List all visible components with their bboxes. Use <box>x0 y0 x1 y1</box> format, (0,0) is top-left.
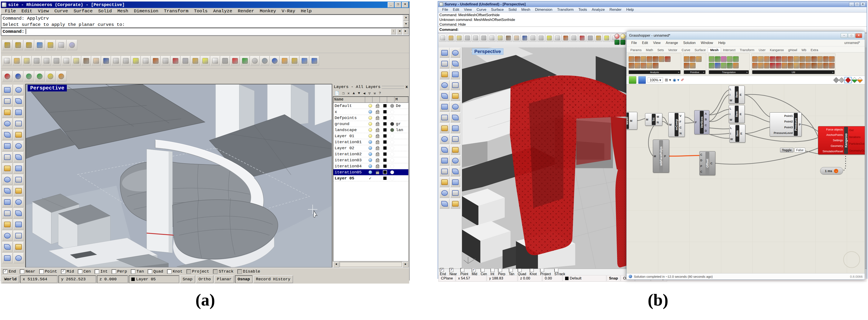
input-port[interactable]: Point3 <box>784 126 793 129</box>
menu-item-analyze[interactable]: Analyze <box>589 7 607 12</box>
output-port[interactable]: N <box>680 132 684 135</box>
palette-tool-icon[interactable] <box>2 174 12 185</box>
undo-view-icon[interactable] <box>151 56 160 66</box>
column-name[interactable]: Name <box>333 97 365 102</box>
cplane-indicator[interactable]: World <box>2 275 19 283</box>
cut-icon[interactable] <box>52 56 61 66</box>
osnap-point[interactable]: Point <box>460 268 468 276</box>
vray-asterisk-icon[interactable] <box>45 40 56 50</box>
palette-tool-icon[interactable] <box>2 96 12 106</box>
palette-tool-icon[interactable] <box>13 130 24 140</box>
checkbox-icon[interactable] <box>148 269 152 274</box>
scroll-right-icon[interactable]: ▶ <box>403 29 408 34</box>
component-icon[interactable] <box>647 56 652 62</box>
green-flag-icon[interactable] <box>24 71 34 82</box>
paste-icon[interactable] <box>496 34 504 42</box>
material-icon[interactable] <box>390 110 394 114</box>
layer-row[interactable]: iteration04 <box>333 163 408 169</box>
layer-color-swatch[interactable] <box>383 140 386 143</box>
layer-row[interactable]: iteration02 <box>333 151 408 157</box>
component-icon[interactable] <box>811 56 817 62</box>
component-icon[interactable] <box>659 56 664 62</box>
minimize-button[interactable]: _ <box>849 2 854 7</box>
hide-objects-icon[interactable] <box>191 56 200 66</box>
palette-tool-icon[interactable] <box>13 141 24 151</box>
open-file-icon[interactable] <box>12 56 22 66</box>
output-port[interactable]: E <box>740 93 744 96</box>
tools-icon[interactable]: ⚒ <box>374 91 376 96</box>
palette-tool-icon[interactable] <box>13 96 24 106</box>
gh-menu-item-edit[interactable]: Edit <box>640 41 651 45</box>
component-icon[interactable] <box>641 56 646 62</box>
input-port[interactable]: M <box>654 155 658 158</box>
group-label[interactable]: Triangulation+ <box>709 70 749 74</box>
output-port[interactable]: C <box>680 126 684 129</box>
input-port[interactable]: W <box>730 137 734 141</box>
component-icon[interactable] <box>653 56 658 62</box>
status-button-snap[interactable]: Snap <box>607 275 620 282</box>
palette-tool-icon[interactable] <box>2 152 12 162</box>
layer-row[interactable]: iteration03 <box>333 157 408 163</box>
command-history-scrollbar[interactable]: ▲ ▼ <box>403 15 409 27</box>
checkbox-icon[interactable] <box>20 269 24 274</box>
scale-tool-icon[interactable] <box>300 56 309 66</box>
palette-tool-icon[interactable] <box>440 102 450 112</box>
component-icon[interactable] <box>641 63 646 68</box>
column-material[interactable]: M <box>395 97 408 102</box>
layer-row[interactable]: Defpoints <box>333 115 408 121</box>
pan-icon[interactable] <box>513 34 521 42</box>
open-file-icon[interactable] <box>447 34 455 42</box>
gem-orange-icon[interactable] <box>857 77 863 83</box>
palette-tool-icon[interactable] <box>2 242 12 252</box>
layers-table-header[interactable]: Name M <box>333 97 408 103</box>
title-bar[interactable]: Survey - Undefined (Undefined) - [Perspe… <box>438 1 867 7</box>
layer-name[interactable]: iteration03 <box>333 158 367 163</box>
input-port[interactable]: W <box>730 99 734 102</box>
boolean-toggle[interactable]: Toggle False <box>780 148 805 153</box>
osnap-tan[interactable]: Tan <box>509 268 515 276</box>
layer-name[interactable]: ground <box>333 122 367 126</box>
input-port[interactable]: AnchorPoints <box>827 133 843 136</box>
rendered-sphere-icon[interactable] <box>270 56 279 66</box>
group-label[interactable]: Util+ <box>752 70 835 74</box>
gh-component-tri[interactable]: MTriMN <box>645 113 662 126</box>
scroll-up-icon[interactable]: ▲ <box>403 15 409 21</box>
menu-item-render[interactable]: Render <box>235 9 257 13</box>
focus-icon[interactable]: ⊞ ▾ <box>665 77 671 83</box>
copy-icon[interactable] <box>488 34 496 42</box>
gh-component-item[interactable]: LiWItemE <box>729 105 745 123</box>
gear-icon[interactable] <box>290 56 299 66</box>
tab-sets[interactable]: Sets <box>655 47 666 52</box>
palette-tool-icon[interactable] <box>13 230 24 241</box>
checkbox-icon[interactable]: ✓ <box>440 268 444 272</box>
palette-tool-icon[interactable] <box>2 197 12 207</box>
layer-color-swatch[interactable] <box>383 104 386 107</box>
layer-name[interactable]: iteration01 <box>333 140 367 145</box>
help-icon[interactable] <box>310 56 319 66</box>
component-icon[interactable] <box>823 56 829 62</box>
component-icon[interactable] <box>709 56 714 62</box>
input-port[interactable]: i <box>730 113 734 116</box>
palette-tool-icon[interactable] <box>2 186 12 196</box>
output-port[interactable]: GeometryOut <box>849 149 865 152</box>
output-port[interactable]: A <box>705 112 709 115</box>
layer-row[interactable]: Layer 02 <box>333 145 408 151</box>
render-settings-icon[interactable] <box>586 34 594 42</box>
layer-name[interactable]: iteration02 <box>333 152 367 157</box>
component-icon[interactable] <box>829 63 834 68</box>
palette-tool-icon[interactable] <box>451 188 460 198</box>
palette-tool-icon[interactable] <box>451 199 460 209</box>
osnap-point[interactable]: Point <box>39 269 57 274</box>
tab-curve[interactable]: Curve <box>680 47 692 52</box>
red-ball-icon[interactable] <box>615 34 620 39</box>
osnap-strack[interactable]: STrack <box>213 269 233 274</box>
visibility-bulb-icon[interactable] <box>368 122 372 126</box>
output-port[interactable]: V <box>680 114 684 118</box>
command-history[interactable]: Command: MeshMeshOffsetSorthide Unknown … <box>438 12 867 27</box>
checkbox-icon[interactable]: ✓ <box>449 268 454 272</box>
input-port[interactable]: C <box>700 153 704 156</box>
yellow-frame-icon[interactable] <box>45 71 56 82</box>
layer-color-swatch[interactable] <box>383 128 386 131</box>
minimize-button[interactable]: – <box>841 33 847 38</box>
input-port[interactable]: SimulationReset <box>823 150 843 153</box>
